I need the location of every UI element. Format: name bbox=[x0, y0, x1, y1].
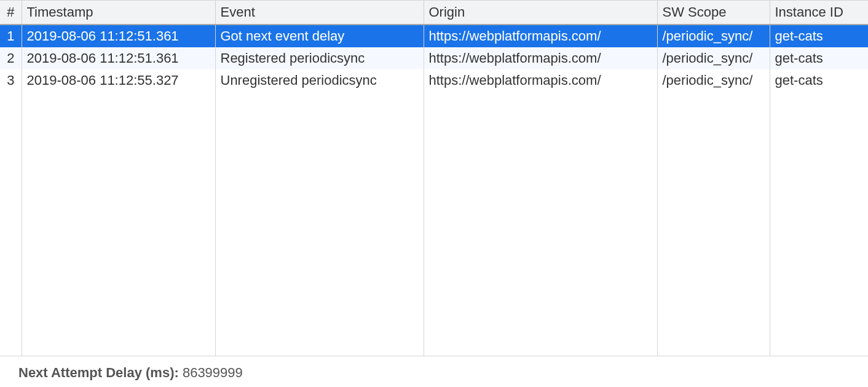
col-header-instance-id[interactable]: Instance ID bbox=[770, 1, 868, 25]
cell-scope: /periodic_sync/ bbox=[657, 25, 770, 47]
cell-index: 3 bbox=[0, 69, 22, 92]
cell-instance-id: get-cats bbox=[770, 25, 868, 47]
filler-cell bbox=[22, 92, 215, 356]
filler-cell bbox=[0, 92, 22, 356]
next-attempt-delay: Next Attempt Delay (ms): 86399999 bbox=[0, 356, 868, 381]
cell-scope: /periodic_sync/ bbox=[657, 47, 770, 69]
filler-cell bbox=[770, 92, 868, 356]
cell-origin: https://webplatformapis.com/ bbox=[424, 25, 657, 47]
col-header-scope[interactable]: SW Scope bbox=[657, 1, 770, 25]
event-table: # Timestamp Event Origin SW Scope Instan… bbox=[0, 0, 868, 356]
filler-cell bbox=[424, 92, 657, 356]
cell-instance-id: get-cats bbox=[770, 47, 868, 69]
cell-origin: https://webplatformapis.com/ bbox=[424, 47, 657, 69]
cell-index: 2 bbox=[0, 47, 22, 69]
next-attempt-delay-label: Next Attempt Delay (ms): bbox=[18, 365, 183, 380]
cell-origin: https://webplatformapis.com/ bbox=[424, 69, 657, 92]
table-row[interactable]: 12019-08-06 11:12:51.361Got next event d… bbox=[0, 25, 868, 47]
filler-cell bbox=[657, 92, 770, 356]
next-attempt-delay-value: 86399999 bbox=[183, 365, 243, 380]
cell-timestamp: 2019-08-06 11:12:55.327 bbox=[22, 69, 215, 92]
filler-cell bbox=[215, 92, 424, 356]
col-header-origin[interactable]: Origin bbox=[424, 1, 657, 25]
cell-timestamp: 2019-08-06 11:12:51.361 bbox=[22, 25, 215, 47]
event-table-container: # Timestamp Event Origin SW Scope Instan… bbox=[0, 0, 868, 356]
col-header-index[interactable]: # bbox=[0, 1, 22, 25]
table-row[interactable]: 32019-08-06 11:12:55.327Unregistered per… bbox=[0, 69, 868, 92]
cell-scope: /periodic_sync/ bbox=[657, 69, 770, 92]
table-body: 12019-08-06 11:12:51.361Got next event d… bbox=[0, 25, 868, 356]
table-filler bbox=[0, 92, 868, 356]
table-header: # Timestamp Event Origin SW Scope Instan… bbox=[0, 1, 868, 25]
cell-instance-id: get-cats bbox=[770, 69, 868, 92]
col-header-event[interactable]: Event bbox=[215, 1, 424, 25]
cell-event: Got next event delay bbox=[215, 25, 424, 47]
cell-timestamp: 2019-08-06 11:12:51.361 bbox=[22, 47, 215, 69]
col-header-timestamp[interactable]: Timestamp bbox=[22, 1, 215, 25]
cell-event: Registered periodicsync bbox=[215, 47, 424, 69]
cell-index: 1 bbox=[0, 25, 22, 47]
cell-event: Unregistered periodicsync bbox=[215, 69, 424, 92]
table-row[interactable]: 22019-08-06 11:12:51.361Registered perio… bbox=[0, 47, 868, 69]
